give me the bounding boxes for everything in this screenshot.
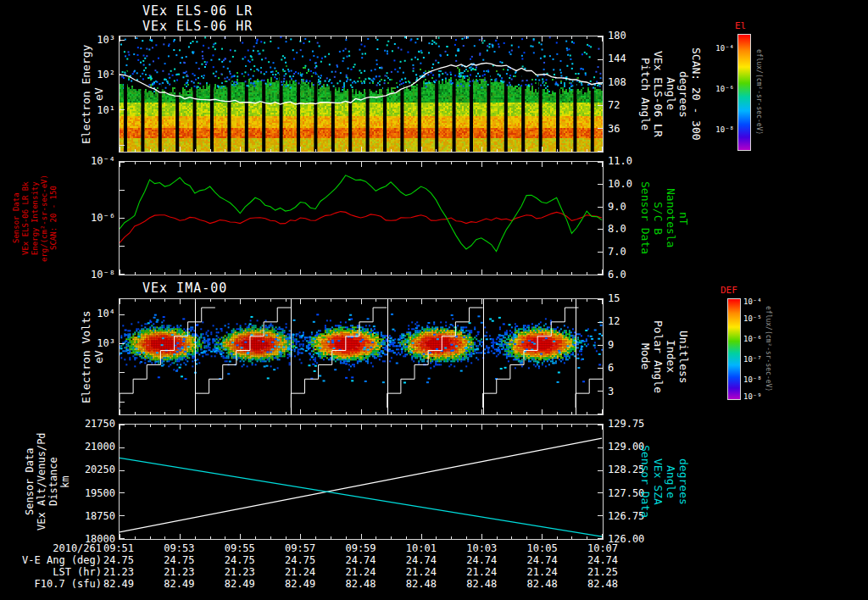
axis-tick-label: 21750: [75, 418, 115, 430]
table-value: 21.23: [212, 567, 268, 578]
table-value: 21.23: [151, 567, 207, 578]
panel1-right-axis-label: Pitch AngleVEx ELS-06 LRAngledegreesSCAN…: [639, 36, 703, 153]
table-value: 24.75: [91, 555, 147, 566]
colorbar-el-title: El: [735, 20, 746, 31]
table-value: 21.24: [333, 567, 389, 578]
table-value: 24.75: [151, 555, 207, 566]
time-tick-label: 10:01: [393, 543, 449, 554]
title-els-hr: VEx ELS-06 HR: [142, 19, 253, 34]
table-value: 21.24: [272, 567, 328, 578]
time-tick-label: 09:53: [151, 543, 207, 554]
title-ima: VEx IMA-00: [142, 281, 227, 296]
time-tick-label: 10:03: [453, 543, 509, 554]
time-tick-label: 09:59: [333, 543, 389, 554]
table-value: 82.48: [515, 579, 570, 590]
axis-tick-label: 18750: [75, 510, 115, 522]
colorbar-el-unit-label: eflux/(cm²-sr-sec-eV): [754, 34, 763, 151]
table-row-label: V-E Ang (deg): [3, 555, 102, 566]
table-row-label: F10.7 (sfu): [3, 579, 102, 590]
table-row-label: LST (hr): [3, 567, 102, 578]
axis-tick-label: 19500: [75, 487, 115, 499]
panel2-yaxis-label: Sensor DataVEx ELS-06 LR BkEnergy Intens…: [12, 161, 58, 275]
panel4-right-axis-label: Sensor DataVEx SZAAngledegrees: [639, 424, 690, 540]
axis-tick-label: 10⁻⁴: [75, 155, 115, 167]
axis-tick-label: 20250: [75, 464, 115, 475]
table-value: 24.75: [212, 555, 268, 566]
table-value: 21.24: [393, 567, 449, 578]
table-value: 21.23: [91, 567, 147, 578]
colorbar-tick-label: 10⁻⁴: [702, 44, 734, 53]
panel4-canvas: [120, 425, 603, 539]
time-tick-label: 09:51: [91, 543, 147, 554]
panel4-altitude-sza-plot: [119, 424, 604, 540]
colorbar-def-unit-label: eflux/(cm²-sr-sec-eV): [764, 298, 772, 400]
table-value: 82.48: [333, 579, 389, 590]
panel1-electron-spectrogram: [119, 36, 604, 153]
colorbar-def-title: DEF: [721, 285, 737, 296]
panel3-ion-spectrogram: [119, 298, 604, 415]
title-els-lr: VEx ELS-06 LR: [142, 3, 253, 19]
table-value: 24.74: [333, 555, 389, 566]
colorbar-tick-label: 10⁻⁸: [702, 125, 734, 134]
axis-tick-label: 21000: [75, 441, 115, 453]
table-value: 24.74: [393, 555, 449, 566]
table-value: 82.49: [212, 579, 268, 590]
axis-tick-label: 10⁻⁸: [75, 269, 115, 281]
table-value: 24.74: [515, 555, 570, 566]
axis-tick-label: 10⁻⁶: [75, 212, 115, 224]
time-tick-label: 09:57: [272, 543, 328, 554]
panel3-right-axis-label: ModePolar AngleIndexUnitless: [639, 298, 690, 415]
table-value: 82.48: [453, 579, 509, 590]
table-value: 24.75: [272, 555, 328, 566]
colorbar-el: [737, 34, 751, 151]
table-value: 21.24: [515, 567, 570, 578]
panel1-yaxis-label: Electron EnergyeV: [80, 36, 105, 153]
panel2-right-axis-label: Sensor DataS/C BNanoteslanT: [639, 161, 690, 275]
table-value: 82.49: [91, 579, 147, 590]
time-tick-label: 09:55: [212, 543, 268, 554]
colorbar-def: [727, 298, 741, 400]
table-value: 82.48: [393, 579, 449, 590]
table-value: 82.49: [272, 579, 328, 590]
time-tick-label: 10:05: [515, 543, 570, 554]
panel1-canvas: [120, 36, 603, 152]
panel2-bfield-intensity-plot: [119, 161, 604, 275]
date-label: 2010/261: [3, 543, 102, 554]
panel3-canvas: [120, 299, 603, 414]
table-value: 24.74: [453, 555, 509, 566]
panel3-yaxis-label: Electron VoltseV: [80, 298, 105, 415]
time-tick-label: 10:07: [575, 543, 631, 554]
table-value: 21.24: [453, 567, 509, 578]
table-value: 82.48: [575, 579, 631, 590]
table-value: 24.74: [575, 555, 631, 566]
table-value: 21.25: [575, 567, 631, 578]
panel4-yaxis-label: Sensor DataVEx Alt/Venus/PdDistancekm: [24, 424, 71, 540]
colorbar-tick-label: 10⁻⁶: [702, 85, 734, 93]
table-value: 82.49: [151, 579, 207, 590]
panel2-canvas: [120, 162, 603, 275]
